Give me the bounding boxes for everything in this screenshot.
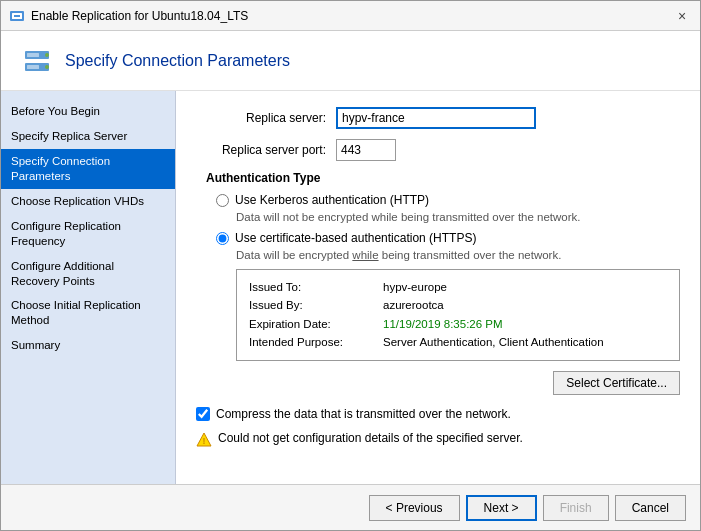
finish-button[interactable]: Finish: [543, 495, 609, 521]
sidebar-item-configure-replication-frequency[interactable]: Configure Replication Frequency: [1, 214, 175, 254]
page-header: Specify Connection Parameters: [1, 31, 700, 91]
sidebar-item-summary[interactable]: Summary: [1, 333, 175, 358]
previous-button[interactable]: < Previous: [369, 495, 460, 521]
cancel-button[interactable]: Cancel: [615, 495, 686, 521]
auth-type-title: Authentication Type: [206, 171, 680, 185]
sidebar-item-specify-connection-parameters[interactable]: Specify Connection Parameters: [1, 149, 175, 189]
compress-label: Compress the data that is transmitted ov…: [216, 407, 511, 421]
sidebar-item-configure-additional-recovery-points[interactable]: Configure Additional Recovery Points: [1, 254, 175, 294]
svg-text:!: !: [203, 436, 206, 446]
title-bar-left: Enable Replication for Ubuntu18.04_LTS: [9, 8, 248, 24]
cert-issued-to-key: Issued To:: [249, 278, 379, 296]
next-button[interactable]: Next >: [466, 495, 537, 521]
replica-server-input[interactable]: [336, 107, 536, 129]
cert-issued-to-value: hypv-europe: [383, 278, 447, 296]
app-icon: [9, 8, 25, 24]
certificate-details-box: Issued To: hypv-europe Issued By: azurer…: [236, 269, 680, 361]
cert-note-prefix: Data will be encrypted: [236, 249, 352, 261]
select-certificate-button[interactable]: Select Certificate...: [553, 371, 680, 395]
replica-server-port-input[interactable]: [336, 139, 396, 161]
svg-point-6: [45, 65, 49, 69]
compress-checkbox[interactable]: [196, 407, 210, 421]
cert-label: Use certificate-based authentication (HT…: [235, 231, 476, 245]
main-window: Enable Replication for Ubuntu18.04_LTS ×…: [0, 0, 701, 531]
kerberos-radio[interactable]: [216, 194, 229, 207]
cert-note-suffix: being transmitted over the network.: [379, 249, 562, 261]
cert-purpose-key: Intended Purpose:: [249, 333, 379, 351]
cert-note-while: while: [352, 249, 378, 261]
cert-issued-to-row: Issued To: hypv-europe: [249, 278, 667, 296]
cert-issued-by-row: Issued By: azurerootca: [249, 296, 667, 314]
cert-note: Data will be encrypted while being trans…: [236, 249, 680, 261]
cert-issued-by-key: Issued By:: [249, 296, 379, 314]
warning-text: Could not get configuration details of t…: [218, 431, 523, 445]
cert-issued-by-value: azurerootca: [383, 296, 444, 314]
replica-server-label: Replica server:: [196, 111, 336, 125]
kerberos-note: Data will not be encrypted while being t…: [236, 211, 680, 223]
svg-rect-7: [27, 53, 39, 57]
cert-radio-row: Use certificate-based authentication (HT…: [216, 231, 680, 245]
close-button[interactable]: ×: [672, 6, 692, 26]
compress-checkbox-row: Compress the data that is transmitted ov…: [196, 407, 680, 421]
replica-server-port-label: Replica server port:: [196, 143, 336, 157]
cert-expiration-value: 11/19/2019 8:35:26 PM: [383, 315, 503, 333]
sidebar-item-choose-replication-vhds[interactable]: Choose Replication VHDs: [1, 189, 175, 214]
replica-server-port-row: Replica server port:: [196, 139, 680, 161]
header-icon: [21, 45, 53, 77]
sidebar: Before You Begin Specify Replica Server …: [1, 91, 176, 484]
content-area: Before You Begin Specify Replica Server …: [1, 91, 700, 484]
cert-expiration-row: Expiration Date: 11/19/2019 8:35:26 PM: [249, 315, 667, 333]
page-title: Specify Connection Parameters: [65, 52, 290, 70]
select-cert-btn-container: Select Certificate...: [206, 371, 680, 395]
cert-purpose-value: Server Authentication, Client Authentica…: [383, 333, 604, 351]
sidebar-item-before-you-begin[interactable]: Before You Begin: [1, 99, 175, 124]
main-form: Replica server: Replica server port: Aut…: [176, 91, 700, 484]
kerberos-label: Use Kerberos authentication (HTTP): [235, 193, 429, 207]
svg-rect-2: [14, 15, 20, 17]
title-bar: Enable Replication for Ubuntu18.04_LTS ×: [1, 1, 700, 31]
kerberos-radio-row: Use Kerberos authentication (HTTP): [216, 193, 680, 207]
sidebar-item-specify-replica-server[interactable]: Specify Replica Server: [1, 124, 175, 149]
replica-server-row: Replica server:: [196, 107, 680, 129]
window-title: Enable Replication for Ubuntu18.04_LTS: [31, 9, 248, 23]
auth-type-section: Authentication Type Use Kerberos authent…: [206, 171, 680, 395]
cert-purpose-row: Intended Purpose: Server Authentication,…: [249, 333, 667, 351]
warning-row: ! Could not get configuration details of…: [196, 431, 680, 448]
svg-rect-8: [27, 65, 39, 69]
cert-expiration-key: Expiration Date:: [249, 315, 379, 333]
footer: < Previous Next > Finish Cancel: [1, 484, 700, 530]
sidebar-item-choose-initial-replication-method[interactable]: Choose Initial Replication Method: [1, 293, 175, 333]
svg-point-5: [45, 53, 49, 57]
warning-icon: !: [196, 432, 212, 448]
cert-radio[interactable]: [216, 232, 229, 245]
